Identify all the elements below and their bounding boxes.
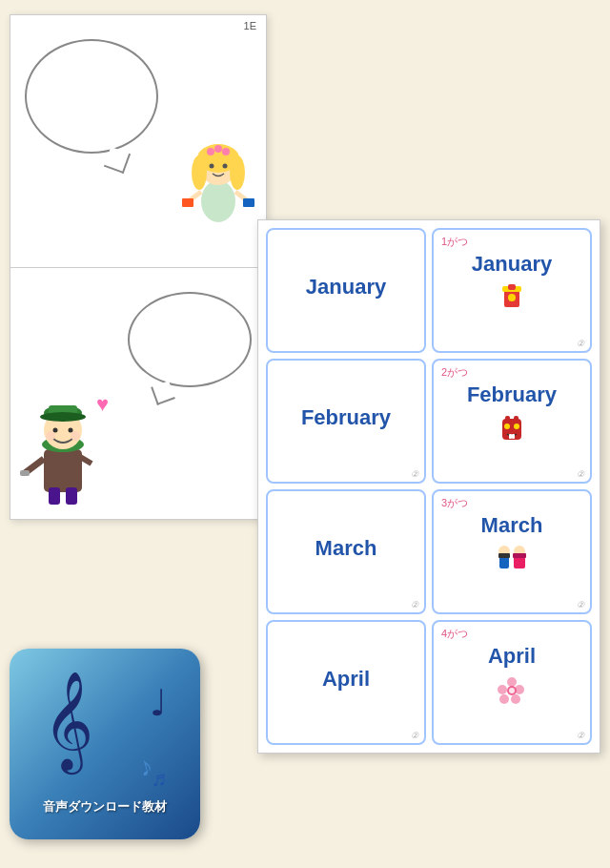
svg-rect-36 bbox=[505, 416, 510, 423]
svg-rect-28 bbox=[66, 487, 77, 505]
flashcard-february-jp-text: February bbox=[467, 382, 557, 407]
music-note-3-icon: ♬ bbox=[152, 767, 168, 792]
music-notes-area: 𝄞 ♩ ♪ ♬ bbox=[38, 672, 172, 796]
flashcard-january-jp: 1がつ January ② bbox=[432, 228, 592, 353]
flashcard-january-en: January bbox=[266, 228, 426, 353]
flashcard-february-jp-num: ② bbox=[577, 469, 584, 479]
svg-point-35 bbox=[514, 424, 519, 429]
page-number: 1E bbox=[244, 20, 256, 31]
svg-rect-27 bbox=[49, 487, 60, 505]
svg-point-23 bbox=[71, 431, 80, 441]
svg-point-6 bbox=[223, 164, 228, 169]
svg-point-8 bbox=[214, 145, 222, 153]
svg-point-34 bbox=[504, 424, 510, 429]
svg-point-7 bbox=[207, 148, 214, 155]
robin-character bbox=[20, 392, 106, 506]
svg-point-32 bbox=[508, 294, 516, 301]
music-download-box[interactable]: 𝄞 ♩ ♪ ♬ 音声ダウンロード教材 bbox=[10, 649, 200, 839]
svg-point-3 bbox=[192, 155, 207, 190]
flashcard-panel: January 1がつ January ② February ② 2がつ Feb… bbox=[257, 219, 600, 754]
svg-point-5 bbox=[210, 164, 214, 169]
flashcard-april-jp: 4がつ April ② bbox=[432, 620, 592, 745]
flashcard-march-en: March ② bbox=[266, 489, 426, 614]
flashcard-february-jp: 2がつ February ② bbox=[432, 359, 592, 484]
svg-rect-25 bbox=[20, 470, 30, 476]
flashcard-march-emoji bbox=[493, 542, 531, 583]
flashcard-february-en: February ② bbox=[266, 359, 426, 484]
flashcard-april-en-text: April bbox=[322, 667, 370, 692]
speech-bubble-top bbox=[25, 39, 158, 154]
svg-rect-39 bbox=[512, 434, 515, 439]
flashcard-march-en-num: ② bbox=[411, 600, 418, 610]
flashcard-april-jp-text: April bbox=[488, 644, 536, 669]
flashcard-april-jp-num: ② bbox=[577, 731, 584, 740]
svg-point-9 bbox=[222, 148, 230, 155]
flashcard-march-jp: 3がつ March ② bbox=[432, 489, 592, 614]
svg-rect-13 bbox=[243, 198, 254, 207]
svg-point-46 bbox=[507, 677, 517, 687]
svg-rect-11 bbox=[182, 198, 193, 207]
flashcard-january-en-text: January bbox=[306, 275, 386, 300]
svg-rect-31 bbox=[508, 284, 516, 290]
music-label: 音声ダウンロード教材 bbox=[43, 798, 167, 816]
flashcard-april-en: April ② bbox=[266, 620, 426, 745]
worksheet-top: 1E bbox=[10, 15, 266, 268]
flashcard-april-jp-label: 4がつ bbox=[441, 627, 468, 641]
flashcard-february-emoji bbox=[495, 411, 529, 452]
flashcard-january-emoji bbox=[495, 280, 529, 321]
svg-point-0 bbox=[201, 180, 235, 222]
svg-rect-37 bbox=[514, 416, 518, 423]
flashcard-february-en-num: ② bbox=[411, 469, 418, 479]
flashcard-february-jp-label: 2がつ bbox=[441, 365, 468, 380]
flashcard-april-en-num: ② bbox=[411, 731, 418, 740]
flashcard-march-en-text: March bbox=[315, 536, 377, 561]
flashcard-march-jp-num: ② bbox=[577, 600, 584, 610]
svg-point-52 bbox=[509, 688, 515, 693]
svg-point-22 bbox=[46, 431, 55, 441]
flashcard-january-jp-text: January bbox=[472, 252, 552, 277]
worksheet-panel: 1E bbox=[10, 14, 267, 520]
fairy-character bbox=[180, 130, 256, 225]
svg-point-48 bbox=[511, 694, 520, 704]
svg-point-20 bbox=[53, 428, 58, 433]
flashcard-january-jp-label: 1がつ bbox=[441, 235, 468, 249]
svg-rect-45 bbox=[513, 553, 526, 558]
flashcard-march-jp-text: March bbox=[481, 513, 543, 538]
svg-point-50 bbox=[498, 685, 507, 694]
svg-point-21 bbox=[69, 428, 73, 433]
speech-bubble-bottom bbox=[128, 292, 252, 387]
svg-rect-38 bbox=[509, 434, 512, 439]
flashcard-april-emoji bbox=[495, 672, 529, 713]
music-note-1-icon: ♩ bbox=[150, 682, 167, 724]
svg-point-4 bbox=[230, 155, 245, 190]
flashcard-february-en-text: February bbox=[301, 405, 391, 430]
svg-rect-42 bbox=[498, 553, 510, 558]
svg-point-19 bbox=[40, 412, 86, 422]
flashcard-january-num: ② bbox=[577, 339, 584, 348]
svg-point-49 bbox=[499, 694, 509, 704]
flashcard-march-jp-label: 3がつ bbox=[441, 496, 468, 510]
treble-clef-icon: 𝄞 bbox=[43, 677, 93, 763]
worksheet-bottom: ♥ bbox=[10, 268, 266, 521]
